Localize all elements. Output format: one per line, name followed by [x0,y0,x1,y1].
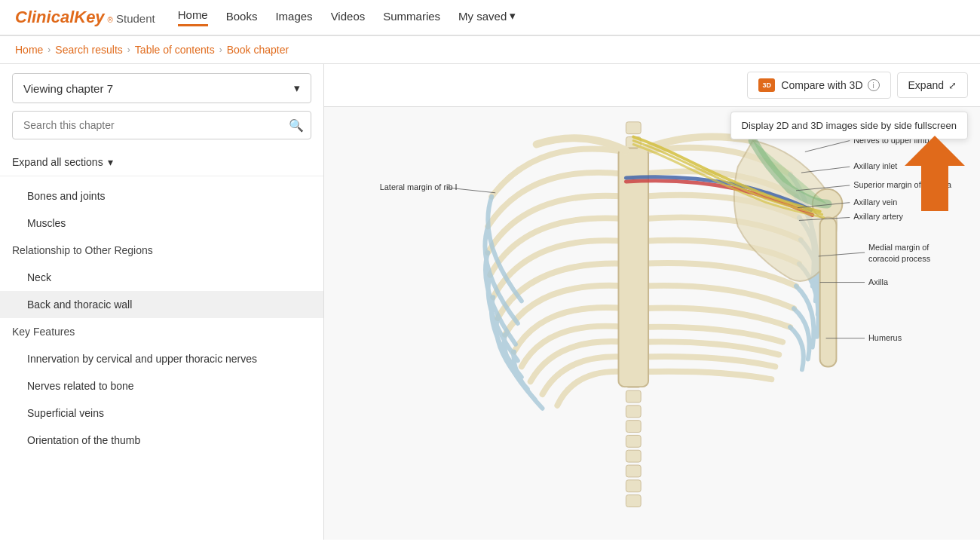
sidebar: Viewing chapter 7 ▾ 🔍 Expand all section… [0,64,324,540]
svg-rect-30 [820,217,837,366]
svg-rect-22 [626,421,641,433]
breadcrumb-home[interactable]: Home [15,44,43,56]
svg-rect-28 [618,148,648,387]
svg-rect-27 [626,495,641,507]
toc-item[interactable]: Bones and joints [0,182,323,210]
breadcrumb: Home › Search results › Table of content… [0,36,980,64]
svg-text:Superior margin of scapula: Superior margin of scapula [853,180,952,189]
svg-rect-25 [626,465,641,477]
compare-3d-button[interactable]: 3D Compare with 3D i [747,72,890,99]
svg-text:Axilla: Axilla [868,277,889,286]
breadcrumb-sep-3: › [219,44,222,55]
toc-item[interactable]: Key Features [0,318,323,345]
search-icon: 🔍 [289,119,304,132]
svg-rect-24 [626,450,641,462]
search-wrap: 🔍 [12,111,311,139]
logo: ClinicalKey® Student [15,8,155,27]
logo-student: Student [116,12,155,25]
content-toolbar: 3D Compare with 3D i Expand ⤢ [324,64,980,107]
nav-books[interactable]: Books [226,10,258,26]
search-input[interactable] [12,111,311,139]
anatomy-svg: Nerves to upper limb Axillary inlet Supe… [324,107,980,540]
svg-rect-2 [626,122,641,134]
content-area: 3D Compare with 3D i Expand ⤢ Display 2D… [324,64,980,540]
svg-text:coracoid process: coracoid process [868,254,931,263]
chevron-down-icon: ▾ [294,81,300,95]
anatomy-image: Nerves to upper limb Axillary inlet Supe… [324,107,980,540]
nav-images[interactable]: Images [275,10,312,26]
top-navigation: ClinicalKey® Student Home Books Images V… [0,0,980,36]
chapter-select[interactable]: Viewing chapter 7 ▾ [12,73,311,103]
nav-home[interactable]: Home [178,8,208,26]
svg-rect-26 [626,480,641,492]
svg-text:Humerus: Humerus [868,333,902,342]
sidebar-controls: Viewing chapter 7 ▾ 🔍 [0,64,323,148]
logo-registered: ® [108,16,113,24]
nav-mysaved[interactable]: My saved ▾ [458,9,516,26]
toc-item[interactable]: Neck [0,264,323,291]
svg-rect-20 [626,390,641,403]
toc-list: Bones and jointsMusclesRelationship to O… [0,176,323,540]
svg-text:Axillary inlet: Axillary inlet [853,161,897,170]
search-button[interactable]: 🔍 [289,118,304,133]
breadcrumb-sep-1: › [47,44,51,55]
breadcrumb-sep-2: › [127,44,130,55]
nav-summaries[interactable]: Summaries [383,10,440,26]
svg-text:Axillary vein: Axillary vein [853,197,897,207]
toc-item[interactable]: Orientation of the thumb [0,427,323,454]
expand-all-button[interactable]: Expand all sections ▾ [0,148,323,176]
toc-item[interactable]: Muscles [0,210,323,237]
main-layout: Viewing chapter 7 ▾ 🔍 Expand all section… [0,64,980,540]
breadcrumb-current: Book chapter [227,44,289,56]
svg-rect-23 [626,435,641,447]
toc-item[interactable]: Innervation by cervical and upper thorac… [0,345,323,372]
svg-rect-21 [626,406,641,418]
chevron-down-icon: ▾ [510,9,516,23]
chevron-down-icon: ▾ [108,156,113,168]
expand-button[interactable]: Expand ⤢ [897,72,968,98]
svg-text:Medial margin of: Medial margin of [868,243,929,252]
toc-item[interactable]: Superficial veins [0,399,323,427]
toc-item[interactable]: Relationship to Other Regions [0,237,323,264]
breadcrumb-search-results[interactable]: Search results [55,44,122,56]
svg-text:Lateral margin of rib I: Lateral margin of rib I [380,182,458,191]
expand-icon: ⤢ [948,80,957,91]
toc-item[interactable]: Nerves related to bone [0,372,323,399]
breadcrumb-table-of-contents[interactable]: Table of contents [135,44,215,56]
nav-videos[interactable]: Videos [331,10,366,26]
3d-icon: 3D [758,78,775,92]
tooltip-box: Display 2D and 3D images side by side fu… [730,112,968,139]
nav-links: Home Books Images Videos Summaries My sa… [178,8,516,26]
toc-item[interactable]: Back and thoracic wall [0,291,323,318]
logo-clinicalkey: ClinicalKey [15,8,105,27]
info-icon[interactable]: i [868,79,880,91]
svg-text:Axillary artery: Axillary artery [853,212,903,221]
